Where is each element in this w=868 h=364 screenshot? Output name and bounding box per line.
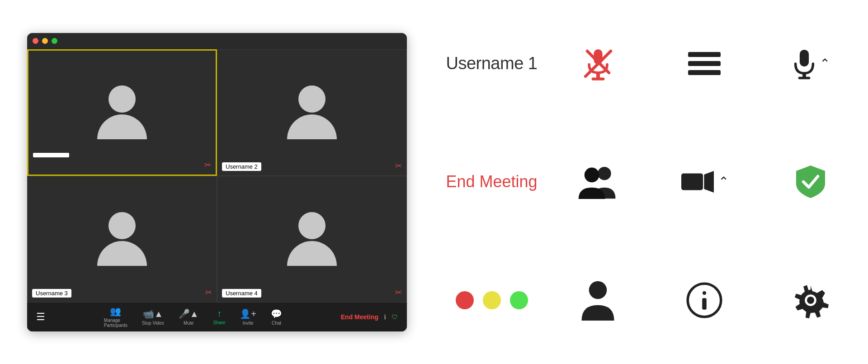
video-cell-1: ✂: [27, 49, 217, 176]
info-circle-showcase: [686, 282, 722, 318]
mute-button[interactable]: 🎤▲ Mute: [179, 308, 199, 326]
traffic-dots-showcase: [456, 291, 528, 309]
username-badge-3: Username 3: [32, 289, 71, 298]
mute-icon-4: ✂: [395, 288, 402, 298]
video-caret-showcase: ⌃: [679, 168, 729, 195]
close-dot[interactable]: [33, 38, 38, 44]
end-meeting-button[interactable]: End Meeting: [341, 313, 378, 321]
svg-point-21: [807, 297, 814, 304]
manage-participants-label: ManageParticipants: [104, 318, 127, 328]
share-button[interactable]: ↑ Share: [213, 308, 226, 325]
muted-mic-showcase: [580, 46, 616, 82]
shield-button-small[interactable]: 🛡: [392, 313, 398, 321]
chat-label: Chat: [272, 321, 281, 326]
video-cell-2: Username 2 ✂: [217, 49, 407, 176]
icon-showcase: Username 1: [434, 0, 868, 364]
svg-point-11: [598, 167, 611, 180]
mute-label: Mute: [184, 321, 193, 326]
caret-up-icon: ⌃: [820, 57, 830, 70]
mute-icon-3: ✂: [205, 288, 212, 298]
invite-icon: 👤+: [240, 308, 256, 319]
chat-icon: 💬: [271, 308, 282, 319]
svg-point-12: [584, 168, 599, 183]
svg-point-17: [703, 291, 706, 295]
mic-caret-showcase: ⌃: [791, 48, 830, 80]
menu-icon-showcase: [686, 49, 722, 78]
participants-icon-showcase: [578, 165, 618, 199]
red-dot: [456, 291, 474, 309]
avatar-1: [97, 85, 147, 139]
stop-video-button[interactable]: 📹▲ Stop Video: [142, 308, 164, 326]
speaking-indicator: [33, 153, 69, 157]
svg-rect-7: [688, 70, 721, 75]
person-icon-showcase: [579, 280, 617, 321]
title-bar: [27, 33, 407, 49]
username-badge-2: Username 2: [222, 162, 261, 171]
username1-display: Username 1: [446, 54, 538, 73]
svg-point-15: [589, 281, 607, 299]
minimize-dot[interactable]: [42, 38, 48, 44]
svg-rect-3: [591, 77, 604, 80]
svg-marker-14: [704, 171, 714, 193]
avatar-4: [287, 212, 337, 266]
toolbar-right: End Meeting ℹ 🛡: [341, 313, 398, 321]
menu-button[interactable]: ☰: [36, 311, 45, 323]
invite-label: Invite: [243, 321, 254, 326]
video-grid: ✂ Username 2 ✂ Username 3 ✂: [27, 49, 407, 303]
svg-rect-8: [800, 50, 809, 66]
share-label: Share: [213, 320, 226, 325]
svg-rect-6: [688, 61, 721, 66]
manage-participants-button[interactable]: 👥 ManageParticipants: [104, 306, 127, 328]
toolbar-center: 👥 ManageParticipants 📹▲ Stop Video 🎤▲ Mu…: [104, 306, 282, 328]
svg-rect-10: [798, 77, 810, 79]
end-meeting-label: End Meeting: [446, 172, 537, 191]
share-icon: ↑: [217, 308, 222, 319]
shield-check-showcase: [793, 164, 829, 200]
video-cell-4: Username 4 ✂: [217, 176, 407, 303]
stop-video-label: Stop Video: [142, 321, 164, 326]
invite-button[interactable]: 👤+ Invite: [240, 308, 256, 326]
video-caret-up-icon: ⌃: [718, 175, 729, 188]
video-call-window: ✂ Username 2 ✂ Username 3 ✂: [27, 33, 407, 331]
svg-rect-13: [681, 174, 703, 190]
avatar-3: [97, 212, 147, 266]
svg-rect-18: [702, 298, 707, 310]
yellow-dot: [483, 291, 501, 309]
avatar-2: [287, 85, 337, 139]
mute-icon-1: ✂: [204, 160, 211, 170]
info-button-small[interactable]: ℹ: [384, 313, 386, 321]
toolbar: ☰ 👥 ManageParticipants 📹▲ Stop Video 🎤▲ …: [27, 303, 407, 331]
username1-label: Username 1: [446, 54, 538, 73]
chat-button[interactable]: 💬 Chat: [271, 308, 282, 326]
svg-rect-2: [596, 73, 600, 78]
mute-icon-2: ✂: [395, 161, 402, 171]
video-icon: 📹▲: [143, 308, 163, 319]
username-badge-4: Username 4: [222, 289, 261, 298]
participants-icon: 👥: [110, 306, 121, 317]
gear-icon-showcase: [793, 282, 829, 318]
mic-icon: 🎤▲: [179, 308, 199, 319]
video-cell-3: Username 3 ✂: [27, 176, 217, 303]
toolbar-left: ☰: [36, 311, 45, 323]
green-dot: [510, 291, 528, 309]
maximize-dot[interactable]: [52, 38, 57, 44]
svg-rect-5: [688, 52, 721, 57]
end-meeting-display: End Meeting: [446, 172, 537, 191]
